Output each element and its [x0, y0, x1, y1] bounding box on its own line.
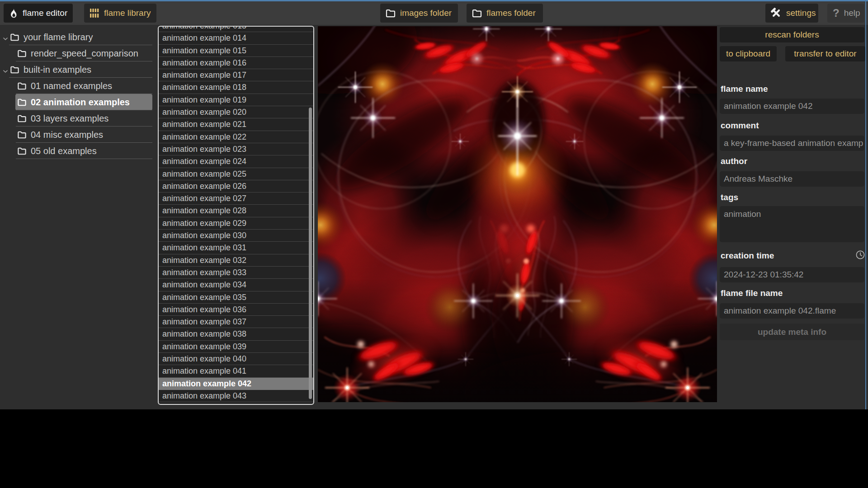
list-item[interactable]: animation example 029 [159, 217, 313, 230]
images-folder-label: images folder [400, 8, 452, 18]
folder-icon [472, 9, 482, 18]
tree-item-03-layers-examples[interactable]: 03 layers examples [0, 110, 156, 127]
tree-item-render-speed-comparison[interactable]: render_speed_comparison [0, 45, 156, 61]
author-label: author [721, 156, 747, 166]
tree-row-separator [9, 45, 152, 45]
details-panel: rescan folders to clipboard transfer to … [717, 25, 866, 409]
list-item[interactable]: animation example 019 [159, 94, 313, 106]
author-input[interactable]: Andreas Maschke [720, 171, 864, 187]
list-item[interactable]: animation example 037 [159, 316, 313, 328]
toolbar: flame editor flame library images folde [0, 1, 868, 25]
list-item[interactable]: animation example 017 [159, 69, 313, 81]
flame-icon [9, 8, 18, 19]
chevron-down-icon[interactable] [2, 66, 9, 73]
transfer-to-editor-button[interactable]: transfer to editor [785, 46, 865, 61]
comment-input[interactable]: a key-frame-based animation examp [720, 136, 864, 151]
tree-item-05-old-examples[interactable]: 05 old examples [0, 143, 156, 159]
folder-icon [386, 9, 396, 18]
flame-library-tab[interactable]: flame library [84, 4, 156, 23]
tree-row-separator [9, 77, 152, 78]
help-button[interactable]: ? help [827, 4, 864, 23]
tree-item-label: 04 misc examples [31, 130, 103, 140]
list-item[interactable]: animation example 025 [159, 168, 313, 180]
folder-icon [17, 131, 27, 139]
list-item[interactable]: animation example 020 [159, 106, 313, 118]
tools-icon [771, 8, 782, 19]
tree-item-label: 03 layers examples [31, 113, 108, 124]
list-item[interactable]: animation example 032 [159, 254, 313, 267]
library-icon [90, 8, 99, 18]
folder-icon [17, 98, 27, 106]
list-item[interactable]: animation example 024 [159, 155, 313, 168]
list-item[interactable]: animation example 026 [159, 180, 313, 192]
to-clipboard-button[interactable]: to clipboard [720, 46, 777, 61]
chevron-down-icon[interactable] [2, 34, 9, 40]
tree-row-separator [16, 126, 152, 127]
tree-item-01-named-examples[interactable]: 01 named examples [0, 78, 156, 94]
list-item[interactable]: animation example 043 [159, 390, 313, 402]
list-item[interactable]: animation example 013 [159, 26, 313, 32]
list-item[interactable]: animation example 023 [159, 143, 313, 155]
tree-row-separator [16, 159, 152, 159]
update-meta-info-button[interactable]: update meta info [720, 324, 864, 340]
settings-button[interactable]: settings [765, 4, 818, 23]
list-item[interactable]: animation example 036 [159, 304, 313, 316]
creation-time-label: creation time [721, 251, 774, 261]
folder-icon [17, 114, 27, 122]
folder-icon [17, 147, 27, 155]
folder-icon [17, 49, 27, 57]
folder-icon [17, 82, 27, 90]
list-item[interactable]: animation example 041 [159, 365, 313, 377]
transfer-to-editor-label: transfer to editor [794, 49, 856, 59]
question-icon: ? [833, 7, 840, 19]
window-edge-strip [865, 0, 866, 409]
tags-input[interactable]: animation [720, 206, 864, 242]
tags-label: tags [721, 192, 738, 202]
flame-preview-image [318, 26, 717, 402]
list-item[interactable]: animation example 022 [159, 131, 313, 143]
tree-item-04-misc-examples[interactable]: 04 misc examples [0, 127, 156, 143]
list-item[interactable]: animation example 014 [159, 32, 313, 44]
list-item[interactable]: animation example 035 [159, 291, 313, 304]
flame-file-name-input[interactable]: animation example 042.flame [720, 303, 864, 319]
folder-icon [10, 66, 19, 74]
tree-row-separator [16, 94, 152, 94]
list-item[interactable]: animation example 030 [159, 230, 313, 242]
list-scrollbar-thumb[interactable] [309, 108, 312, 399]
flame-name-label: flame name [721, 84, 768, 94]
list-item[interactable]: animation example 021 [159, 118, 313, 131]
list-item[interactable]: animation example 033 [159, 267, 313, 279]
flame-list: animation example 013animation example 0… [158, 26, 314, 405]
tree-item-label: 05 old examples [31, 146, 97, 156]
comment-label: comment [721, 121, 759, 131]
flame-file-name-label: flame file name [721, 288, 783, 298]
list-item[interactable]: animation example 015 [159, 45, 313, 57]
flames-folder-button[interactable]: flames folder [467, 4, 543, 23]
list-item[interactable]: animation example 039 [159, 341, 313, 353]
tree-item-built-in-examples[interactable]: built-in examples [0, 61, 156, 78]
tree-row-separator [16, 61, 152, 61]
list-item[interactable]: animation example 034 [159, 279, 313, 291]
list-item[interactable]: animation example 016 [159, 57, 313, 69]
list-item[interactable]: animation example 038 [159, 328, 313, 340]
rescan-folders-button[interactable]: rescan folders [720, 27, 864, 42]
tree-item-your-flame-library[interactable]: your flame library [0, 29, 156, 45]
list-item[interactable]: animation example 027 [159, 192, 313, 205]
tree-item-label: your flame library [24, 32, 93, 42]
list-item[interactable]: animation example 031 [159, 242, 313, 254]
flame-editor-label: flame editor [23, 8, 67, 18]
clock-icon[interactable] [855, 250, 865, 260]
list-item[interactable]: animation example 042 [159, 378, 313, 390]
images-folder-button[interactable]: images folder [380, 4, 458, 23]
list-item[interactable]: animation example 040 [159, 353, 313, 365]
tree-row-separator [16, 110, 152, 110]
flame-name-input[interactable]: animation example 042 [720, 99, 864, 114]
flame-editor-tab[interactable]: flame editor [4, 4, 73, 23]
list-item[interactable]: animation example 028 [159, 205, 313, 217]
tree-item-label: 01 named examples [31, 81, 112, 91]
tree-item-02-animation-examples[interactable]: 02 animation examples [0, 94, 156, 110]
creation-time-input[interactable]: 2024-12-23 01:35:42 [720, 267, 864, 282]
list-item[interactable]: animation example 018 [159, 81, 313, 94]
tree-row-separator [16, 142, 152, 143]
tree-item-label: 02 animation examples [31, 97, 130, 108]
